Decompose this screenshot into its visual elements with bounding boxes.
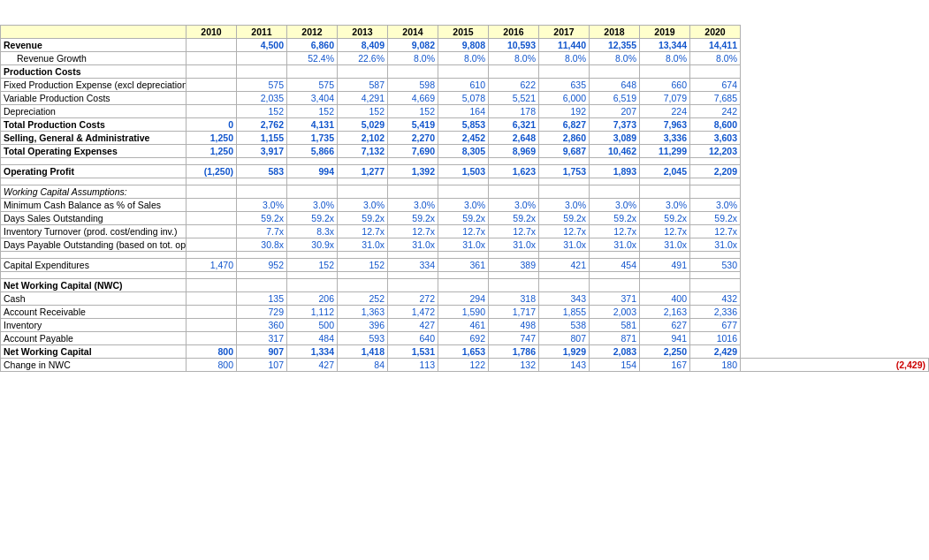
empty-cell (539, 272, 590, 279)
row-value: 1,277 (338, 165, 388, 178)
row-value: 6,000 (539, 92, 590, 105)
row-value: 8.0% (690, 52, 741, 65)
table-row (1, 252, 929, 259)
row-value: 2,045 (640, 165, 690, 178)
empty-cell (338, 272, 388, 279)
empty-cell (388, 252, 438, 259)
empty-cell (438, 158, 489, 165)
row-value: 1,112 (287, 306, 338, 319)
table-row: Revenue Growth52.4%22.6%8.0%8.0%8.0%8.0%… (1, 52, 929, 65)
row-value: 5,866 (287, 145, 338, 158)
row-value: 132 (489, 359, 539, 372)
row-value: 12.7x (388, 225, 438, 238)
row-value: 1,590 (438, 306, 489, 319)
row-value (388, 185, 438, 199)
row-value: 143 (539, 359, 590, 372)
row-value: 3.0% (489, 199, 539, 212)
row-value (237, 52, 287, 65)
row-value: 152 (338, 105, 388, 118)
row-value: 530 (690, 259, 741, 272)
empty-cell (237, 252, 287, 259)
row-value: 500 (287, 319, 338, 332)
table-row: Revenue4,5006,8608,4099,0829,80810,59311… (1, 39, 929, 52)
row-label: Days Payable Outstanding (based on tot. … (1, 238, 187, 252)
row-value: 8.3x (287, 225, 338, 238)
row-value: 107 (237, 359, 287, 372)
row-value (187, 52, 237, 65)
row-value: 8.0% (438, 52, 489, 65)
empty-cell (690, 158, 741, 165)
table-row: Variable Production Costs2,0353,4044,291… (1, 92, 929, 105)
row-value: 152 (338, 259, 388, 272)
row-value: 2,083 (590, 345, 640, 359)
row-value: 9,082 (388, 39, 438, 52)
row-value (539, 65, 590, 79)
row-value: 318 (489, 292, 539, 306)
row-value: 5,078 (438, 92, 489, 105)
empty-cell (539, 178, 590, 185)
row-value: 152 (237, 105, 287, 118)
row-value (287, 65, 338, 79)
row-value: 583 (237, 165, 287, 178)
row-value: 8.0% (590, 52, 640, 65)
row-value: 598 (388, 79, 438, 92)
row-label: Depreciation (1, 105, 187, 118)
row-value: 242 (690, 105, 741, 118)
header-year-2016: 2016 (489, 26, 539, 39)
row-value: 2,762 (237, 118, 287, 132)
row-value: 31.0x (690, 238, 741, 252)
row-value: 5,853 (438, 118, 489, 132)
row-value (187, 332, 237, 345)
row-value (590, 279, 640, 292)
row-value: 622 (489, 79, 539, 92)
row-value: 164 (438, 105, 489, 118)
row-value: 31.0x (438, 238, 489, 252)
row-value: 1,250 (187, 132, 237, 145)
row-value (187, 92, 237, 105)
empty-cell (237, 178, 287, 185)
row-value: 3.0% (590, 199, 640, 212)
row-value: 2,270 (388, 132, 438, 145)
row-value (690, 279, 741, 292)
empty-cell (438, 178, 489, 185)
row-value (489, 279, 539, 292)
row-value (489, 65, 539, 79)
row-value: 59.2x (438, 212, 489, 225)
row-value: 10,593 (489, 39, 539, 52)
row-label: Variable Production Costs (1, 92, 187, 105)
row-value: 152 (287, 105, 338, 118)
row-value: 360 (237, 319, 287, 332)
empty-cell (690, 178, 741, 185)
empty-cell (388, 272, 438, 279)
empty-cell (590, 178, 640, 185)
row-value: 334 (388, 259, 438, 272)
row-value (187, 292, 237, 306)
row-value: 871 (590, 332, 640, 345)
row-value: 729 (237, 306, 287, 319)
table-row: Production Costs (1, 65, 929, 79)
table-row: Selling, General & Administrative1,2501,… (1, 132, 929, 145)
row-value: 3.0% (237, 199, 287, 212)
row-value: 3.0% (539, 199, 590, 212)
row-value (438, 185, 489, 199)
empty-cell (287, 252, 338, 259)
row-value: 59.2x (690, 212, 741, 225)
row-value (187, 225, 237, 238)
empty-cell (388, 178, 438, 185)
row-value (187, 319, 237, 332)
empty-cell (287, 178, 338, 185)
row-value: 12.7x (690, 225, 741, 238)
row-value: 12.7x (438, 225, 489, 238)
row-value (438, 65, 489, 79)
row-value: 800 (187, 345, 237, 359)
row-value: 994 (287, 165, 338, 178)
empty-cell (539, 252, 590, 259)
main-title (4, 2, 925, 9)
row-value (187, 185, 237, 199)
table-row: Account Payable3174845936406927478078719… (1, 332, 929, 345)
row-value: 12.7x (338, 225, 388, 238)
row-value: 1,155 (237, 132, 287, 145)
row-value: 6,519 (590, 92, 640, 105)
row-value: 31.0x (388, 238, 438, 252)
row-value: 1016 (690, 332, 741, 345)
